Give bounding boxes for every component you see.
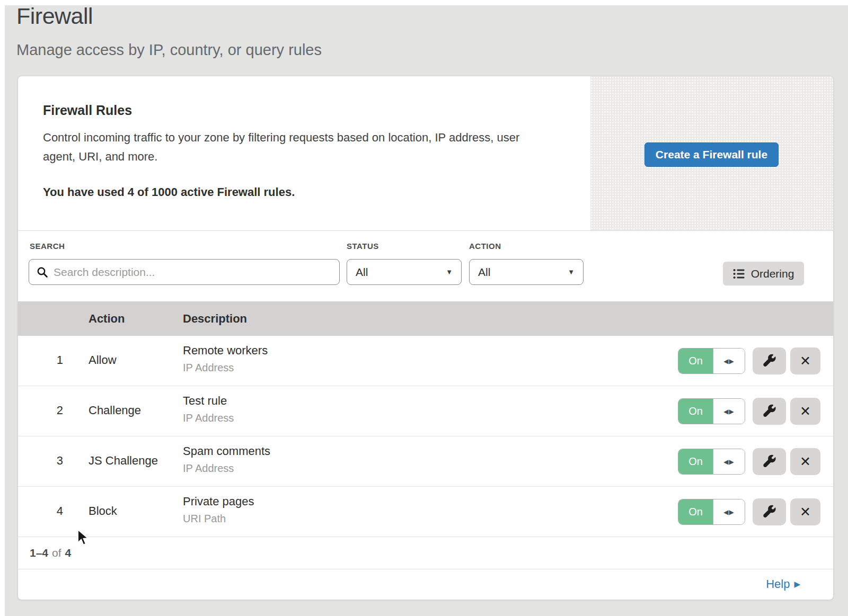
toggle-arrows-icon: ◀▶ [713, 399, 745, 424]
help-link[interactable]: Help ▶ [766, 577, 800, 591]
toggle-on-label: On [678, 399, 713, 424]
search-input[interactable] [54, 266, 332, 279]
wrench-icon [762, 354, 776, 368]
rule-action: Block [89, 504, 117, 518]
rule-description: Private pages [183, 495, 254, 508]
rule-enabled-toggle[interactable]: On ◀▶ [678, 348, 745, 374]
rule-description: Remote workers [183, 344, 268, 358]
rules-summary-section: Firewall Rules Control incoming traffic … [18, 76, 833, 231]
ordering-button[interactable]: Ordering [723, 262, 804, 285]
pagination-range: 1–4 [30, 547, 48, 559]
rules-usage-text: You have used 4 of 1000 active Firewall … [43, 185, 295, 199]
wrench-icon [762, 404, 776, 418]
close-icon: ✕ [800, 353, 811, 369]
table-row: 1 Allow Remote workers IP Address On ◀▶ … [18, 336, 833, 386]
table-row: 4 Block Private pages URI Path On ◀▶ ✕ [18, 487, 833, 537]
delete-rule-button[interactable]: ✕ [790, 347, 820, 374]
ordered-list-icon [733, 269, 745, 279]
rule-priority: 4 [39, 504, 63, 518]
toggle-arrows-icon: ◀▶ [713, 449, 745, 474]
close-icon: ✕ [800, 454, 811, 469]
rule-match-type: IP Address [183, 462, 234, 475]
create-firewall-rule-button[interactable]: Create a Firewall rule [644, 142, 779, 167]
pagination-of-label: of [52, 547, 61, 559]
search-icon [37, 266, 48, 278]
rule-priority: 2 [39, 404, 63, 417]
rule-priority: 3 [39, 454, 63, 468]
wrench-icon [762, 505, 776, 519]
status-label: STATUS [347, 242, 379, 251]
rule-enabled-toggle[interactable]: On ◀▶ [678, 449, 745, 475]
rules-card-title: Firewall Rules [43, 103, 132, 118]
chevron-down-icon: ▼ [568, 268, 575, 276]
rule-enabled-toggle[interactable]: On ◀▶ [678, 499, 745, 525]
wrench-icon [762, 454, 776, 469]
arrow-right-icon: ▶ [794, 579, 800, 589]
rule-action: Allow [89, 353, 117, 367]
column-header-description: Description [183, 312, 247, 326]
toggle-on-label: On [678, 449, 713, 474]
page-title: Firewall [16, 3, 93, 29]
edit-rule-button[interactable] [753, 347, 786, 374]
pagination-bar: 1–4 of 4 [18, 537, 833, 569]
search-box[interactable] [29, 259, 340, 285]
rule-match-type: IP Address [183, 412, 234, 424]
rule-action: JS Challenge [89, 454, 158, 468]
card-footer: Help ▶ [18, 569, 833, 600]
delete-rule-button[interactable]: ✕ [790, 398, 820, 425]
rule-priority: 1 [39, 353, 63, 367]
action-select[interactable]: All ▼ [469, 259, 584, 285]
rule-match-type: URI Path [183, 513, 226, 525]
table-header: Action Description [18, 301, 833, 336]
toggle-on-label: On [678, 349, 713, 373]
filters-bar: SEARCH STATUS All ▼ ACTION All ▼ [18, 231, 833, 301]
edit-rule-button[interactable] [753, 498, 786, 525]
create-rule-panel: Create a Firewall rule [590, 76, 833, 230]
rule-enabled-toggle[interactable]: On ◀▶ [678, 398, 745, 424]
action-label: ACTION [469, 242, 501, 251]
close-icon: ✕ [800, 404, 811, 419]
page-subtitle: Manage access by IP, country, or query r… [16, 41, 322, 59]
status-select[interactable]: All ▼ [347, 259, 462, 285]
rules-card-description: Control incoming traffic to your zone by… [43, 128, 552, 166]
firewall-rules-card: Firewall Rules Control incoming traffic … [17, 76, 834, 600]
table-row: 3 JS Challenge Spam comments IP Address … [18, 436, 833, 487]
toggle-arrows-icon: ◀▶ [713, 499, 745, 524]
rule-description: Spam comments [183, 444, 270, 458]
action-selected-value: All [478, 266, 490, 279]
rule-description: Test rule [183, 394, 227, 408]
rule-action: Challenge [89, 404, 141, 417]
delete-rule-button[interactable]: ✕ [790, 498, 820, 525]
table-row: 2 Challenge Test rule IP Address On ◀▶ ✕ [18, 386, 833, 436]
toggle-on-label: On [678, 499, 713, 524]
column-header-action: Action [89, 312, 125, 326]
ordering-button-label: Ordering [751, 267, 794, 280]
pagination-total: 4 [65, 547, 72, 559]
edit-rule-button[interactable] [753, 398, 786, 425]
chevron-down-icon: ▼ [446, 268, 453, 276]
edit-rule-button[interactable] [753, 448, 786, 475]
close-icon: ✕ [800, 504, 811, 520]
help-link-label: Help [766, 577, 790, 591]
status-selected-value: All [356, 266, 368, 279]
rule-match-type: IP Address [183, 362, 234, 374]
delete-rule-button[interactable]: ✕ [790, 448, 820, 475]
search-label: SEARCH [30, 242, 65, 251]
toggle-arrows-icon: ◀▶ [713, 349, 745, 373]
